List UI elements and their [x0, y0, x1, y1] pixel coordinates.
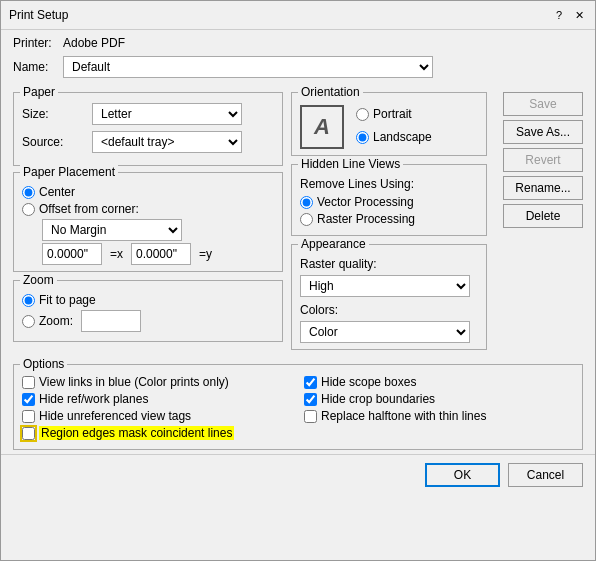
offset-radio-row: Offset from corner:: [22, 202, 274, 216]
colors-label: Colors:: [300, 303, 478, 317]
remove-lines-label: Remove Lines Using:: [300, 177, 478, 191]
center-radio[interactable]: [22, 186, 35, 199]
landscape-row: Landscape: [356, 130, 432, 144]
x-input[interactable]: [42, 243, 102, 265]
size-row: Size: Letter: [22, 103, 274, 125]
title-bar-left: Print Setup: [9, 8, 68, 22]
landscape-radio[interactable]: [356, 131, 369, 144]
option-region-edges: Region edges mask coincident lines: [22, 426, 292, 440]
option-hide-scope: Hide scope boxes: [304, 375, 574, 389]
save-button[interactable]: Save: [503, 92, 583, 116]
ok-button[interactable]: OK: [425, 463, 500, 487]
paper-section: Paper Size: Letter Source: <default tray…: [13, 92, 283, 166]
portrait-radio[interactable]: [356, 108, 369, 121]
landscape-label: Landscape: [373, 130, 432, 144]
size-label: Size:: [22, 107, 92, 121]
x-label: =x: [110, 247, 123, 261]
name-label: Name:: [13, 60, 63, 74]
orientation-choices: Portrait Landscape: [356, 107, 432, 147]
size-select[interactable]: Letter: [92, 103, 242, 125]
right-column: Orientation A Portrait Landscape: [291, 92, 487, 356]
hide-scope-label: Hide scope boxes: [321, 375, 416, 389]
coordinate-row: =x =y: [42, 243, 274, 265]
hide-scope-checkbox[interactable]: [304, 376, 317, 389]
replace-halftone-label: Replace halftone with thin lines: [321, 409, 486, 423]
portrait-row: Portrait: [356, 107, 432, 121]
appearance-title: Appearance: [298, 237, 369, 251]
hide-crop-checkbox[interactable]: [304, 393, 317, 406]
fit-to-page-row: Fit to page: [22, 293, 274, 307]
hidden-line-section: Hidden Line Views Remove Lines Using: Ve…: [291, 164, 487, 236]
y-input[interactable]: [131, 243, 191, 265]
source-row: Source: <default tray>: [22, 131, 274, 153]
options-left: View links in blue (Color prints only) H…: [22, 375, 292, 443]
print-setup-dialog: Print Setup ? ✕ Printer: Adobe PDF Name:…: [0, 0, 596, 561]
colors-select[interactable]: Color Black Lines Grayscale: [300, 321, 470, 343]
left-column: Paper Size: Letter Source: <default tray…: [13, 92, 283, 356]
help-button[interactable]: ?: [551, 7, 567, 23]
center-label: Center: [39, 185, 75, 199]
orientation-title: Orientation: [298, 85, 363, 99]
main-content: Paper Size: Letter Source: <default tray…: [1, 84, 595, 356]
close-button[interactable]: ✕: [571, 7, 587, 23]
delete-button[interactable]: Delete: [503, 204, 583, 228]
offset-radio[interactable]: [22, 203, 35, 216]
dialog-title: Print Setup: [9, 8, 68, 22]
source-label: Source:: [22, 135, 92, 149]
save-as-button[interactable]: Save As...: [503, 120, 583, 144]
hidden-line-title: Hidden Line Views: [298, 157, 403, 171]
raster-radio[interactable]: [300, 213, 313, 226]
printer-value: Adobe PDF: [63, 36, 125, 50]
zoom-section: Zoom Fit to page Zoom:: [13, 280, 283, 342]
orientation-area: A Portrait Landscape: [300, 97, 478, 149]
raster-row: Raster Processing: [300, 212, 478, 226]
hide-unreferenced-label: Hide unreferenced view tags: [39, 409, 191, 423]
vector-row: Vector Processing: [300, 195, 478, 209]
option-hide-unreferenced: Hide unreferenced view tags: [22, 409, 292, 423]
hide-ref-label: Hide ref/work planes: [39, 392, 148, 406]
fit-to-page-label: Fit to page: [39, 293, 96, 307]
hide-ref-checkbox[interactable]: [22, 393, 35, 406]
option-hide-ref: Hide ref/work planes: [22, 392, 292, 406]
appearance-section: Appearance Raster quality: High Medium L…: [291, 244, 487, 350]
view-links-checkbox[interactable]: [22, 376, 35, 389]
source-select[interactable]: <default tray>: [92, 131, 242, 153]
rename-button[interactable]: Rename...: [503, 176, 583, 200]
orientation-section: Orientation A Portrait Landscape: [291, 92, 487, 156]
title-bar: Print Setup ? ✕: [1, 1, 595, 30]
zoom-label: Zoom:: [39, 314, 73, 328]
replace-halftone-checkbox[interactable]: [304, 410, 317, 423]
vector-label: Vector Processing: [317, 195, 414, 209]
zoom-radio[interactable]: [22, 315, 35, 328]
name-select[interactable]: Default: [63, 56, 433, 78]
paper-placement-title: Paper Placement: [20, 165, 118, 179]
center-radio-row: Center: [22, 185, 274, 199]
appearance-options: Raster quality: High Medium Low Colors: …: [300, 257, 478, 343]
option-replace-halftone: Replace halftone with thin lines: [304, 409, 574, 423]
revert-button[interactable]: Revert: [503, 148, 583, 172]
cancel-button[interactable]: Cancel: [508, 463, 583, 487]
fit-to-page-radio[interactable]: [22, 294, 35, 307]
orientation-icon: A: [300, 105, 344, 149]
options-right: Hide scope boxes Hide crop boundaries Re…: [304, 375, 574, 443]
zoom-input[interactable]: [81, 310, 141, 332]
margin-select[interactable]: No Margin: [42, 219, 182, 241]
hidden-line-options: Remove Lines Using: Vector Processing Ra…: [300, 177, 478, 226]
view-links-label: View links in blue (Color prints only): [39, 375, 229, 389]
region-edges-checkbox[interactable]: [22, 427, 35, 440]
vector-radio[interactable]: [300, 196, 313, 209]
options-wrapper: Options View links in blue (Color prints…: [1, 356, 595, 450]
zoom-options: Fit to page Zoom:: [22, 293, 274, 332]
printer-row: Printer: Adobe PDF: [1, 30, 595, 52]
placement-options: Center Offset from corner: No Margin =x: [22, 185, 274, 265]
zoom-custom-row: Zoom:: [22, 310, 274, 332]
option-view-links: View links in blue (Color prints only): [22, 375, 292, 389]
hide-unreferenced-checkbox[interactable]: [22, 410, 35, 423]
margin-select-row: No Margin: [42, 219, 274, 241]
raster-label: Raster Processing: [317, 212, 415, 226]
printer-label: Printer:: [13, 36, 63, 50]
portrait-label: Portrait: [373, 107, 412, 121]
bottom-buttons: OK Cancel: [1, 454, 595, 495]
options-title: Options: [20, 357, 67, 371]
raster-quality-select[interactable]: High Medium Low: [300, 275, 470, 297]
